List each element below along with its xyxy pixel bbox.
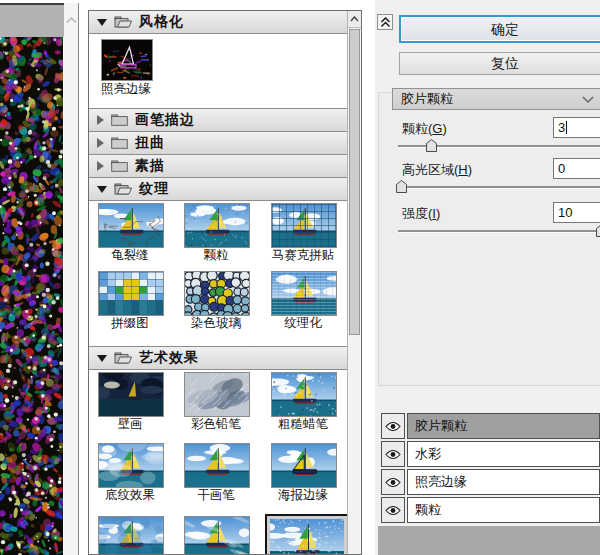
filter-thumbnail-label: 干画笔 [173, 487, 259, 504]
visibility-toggle[interactable] [381, 441, 405, 467]
filter-thumbnail-image [271, 372, 337, 417]
folder-closed-icon [111, 114, 128, 126]
filter-thumbnail-龟裂缝[interactable] [98, 203, 164, 248]
folder-closed-icon [111, 160, 128, 172]
filter-thumbnail-image [184, 271, 250, 316]
filter-thumbnail-label: 纹理化 [260, 315, 346, 332]
effect-layer-name: 照亮边缘 [407, 469, 600, 495]
effect-layer-row[interactable]: 胶片颗粒 [381, 413, 600, 439]
folder-closed-icon [111, 137, 128, 149]
filter-thumbnail-label: 龟裂缝 [88, 247, 173, 264]
slider-value-input[interactable]: 3 [553, 117, 600, 138]
filter-thumbnail-label: 壁画 [88, 416, 173, 433]
slider-value: 10 [558, 205, 572, 220]
triangle-expanded-icon [97, 355, 107, 362]
filter-thumbnail[interactable] [98, 516, 164, 555]
category-label: 纹理 [139, 180, 169, 198]
slider-handle[interactable] [426, 138, 437, 151]
filter-thumbnail-label: 拼缀图 [88, 315, 173, 332]
slider-value: 0 [558, 161, 565, 176]
filter-category-header[interactable]: 艺术效果 [89, 347, 348, 370]
filter-panel-scrollbar[interactable] [347, 11, 361, 554]
filter-category-header[interactable]: 扭曲 [89, 132, 348, 155]
scrollbar-thumb[interactable] [349, 29, 360, 335]
filter-thumbnail-壁画[interactable] [98, 372, 164, 417]
filter-thumbnail-染色玻璃[interactable] [184, 271, 250, 316]
triangle-collapsed-icon [97, 138, 104, 148]
filter-thumbnail-粗糙蜡笔[interactable] [271, 372, 337, 417]
folder-open-icon [114, 352, 132, 364]
filter-thumbnail-颗粒[interactable] [184, 203, 250, 248]
filter-thumbnail-马赛克拼贴[interactable] [271, 203, 337, 248]
folder-icon [114, 183, 132, 195]
filter-thumbnail-纹理化[interactable] [271, 271, 337, 316]
filter-thumbnail[interactable] [265, 514, 349, 555]
eye-icon [385, 449, 401, 460]
filter-thumbnail-image [98, 516, 164, 555]
filter-thumbnail-干画笔[interactable] [184, 443, 250, 488]
filter-thumbnail-image [271, 443, 337, 488]
filter-thumbnail-image [98, 203, 164, 248]
triangle-collapsed-icon [97, 161, 104, 171]
filter-thumbnail-label: 底纹效果 [88, 487, 173, 504]
effect-layer-row[interactable]: 水彩 [381, 441, 600, 467]
filter-thumbnail-底纹效果[interactable] [98, 443, 164, 488]
effect-layer-name: 胶片颗粒 [407, 413, 600, 439]
filter-thumbnail-海报边缘[interactable] [271, 443, 337, 488]
slider-label: 强度(I) [402, 205, 440, 223]
category-label: 艺术效果 [139, 349, 199, 367]
filter-thumbnail-label: 粗糙蜡笔 [260, 416, 346, 433]
filter-category-stack: 风格化照亮边缘画笔描边扭曲素描纹理龟裂缝颗粒马赛克拼贴拼缀图染色玻璃纹理化艺术效… [89, 11, 348, 555]
layer-list-footer [378, 526, 600, 555]
category-label: 画笔描边 [135, 111, 195, 129]
filter-thumbnail-拼缀图[interactable] [98, 271, 164, 316]
slider-handle[interactable] [396, 179, 407, 192]
slider-value: 3 [558, 120, 565, 135]
image-preview[interactable] [0, 37, 63, 555]
filter-thumbnail-label: 照亮边缘 [89, 81, 163, 98]
eye-icon [385, 505, 401, 516]
slider-track[interactable] [398, 186, 600, 189]
effect-layer-name: 水彩 [407, 441, 600, 467]
triangle-expanded-icon [97, 186, 107, 193]
slider-label: 颗粒(G) [402, 120, 447, 138]
triangle-collapsed-icon [97, 115, 104, 125]
effect-layer-row[interactable]: 颗粒 [381, 497, 600, 523]
filter-thumbnail-image [184, 516, 250, 555]
eye-icon [385, 477, 401, 488]
preview-scrollbar[interactable] [64, 3, 79, 555]
controls-panel: 确定 复位 胶片颗粒 颗粒(G)3高光区域(H)0强度(I)10 胶片颗粒水彩照… [375, 0, 600, 555]
filter-thumbnail-彩色铅笔[interactable] [184, 372, 250, 417]
filter-thumbnail-照亮边缘[interactable] [101, 39, 153, 81]
text-caret [566, 121, 567, 134]
effect-layer-list: 胶片颗粒水彩照亮边缘颗粒 [381, 413, 600, 525]
effect-layer-name: 颗粒 [407, 497, 600, 523]
filter-category-header[interactable]: 素描 [89, 155, 348, 178]
visibility-toggle[interactable] [381, 469, 405, 495]
filter-thumbnail-image [184, 203, 250, 248]
folder-icon [111, 137, 128, 149]
scroll-up-icon[interactable] [64, 11, 78, 29]
slider-handle-icon [426, 139, 437, 152]
filter-thumbnail-image [270, 519, 344, 555]
slider-handle[interactable] [596, 223, 600, 236]
slider-handle-icon [396, 180, 407, 193]
visibility-toggle[interactable] [381, 497, 405, 523]
triangle-expanded-icon [97, 19, 107, 26]
slider-handle-icon [596, 224, 600, 237]
filter-category-header[interactable]: 纹理 [89, 178, 348, 201]
category-content: 龟裂缝颗粒马赛克拼贴拼缀图染色玻璃纹理化 [89, 201, 348, 347]
scroll-up-icon[interactable] [348, 11, 361, 28]
slider-value-input[interactable]: 0 [553, 158, 600, 179]
filter-category-header[interactable]: 画笔描边 [89, 109, 348, 132]
category-content: 壁画彩色铅笔粗糙蜡笔底纹效果干画笔海报边缘 [89, 370, 348, 555]
filter-category-header[interactable]: 风格化 [89, 11, 348, 34]
visibility-toggle[interactable] [381, 413, 405, 439]
category-label: 素描 [135, 157, 165, 175]
filter-thumbnail[interactable] [184, 516, 250, 555]
filter-thumbnail-label: 彩色铅笔 [173, 416, 259, 433]
effect-layer-row[interactable]: 照亮边缘 [381, 469, 600, 495]
slider-track[interactable] [398, 230, 600, 233]
slider-value-input[interactable]: 10 [553, 202, 600, 223]
filter-thumbnail-label: 染色玻璃 [173, 315, 259, 332]
